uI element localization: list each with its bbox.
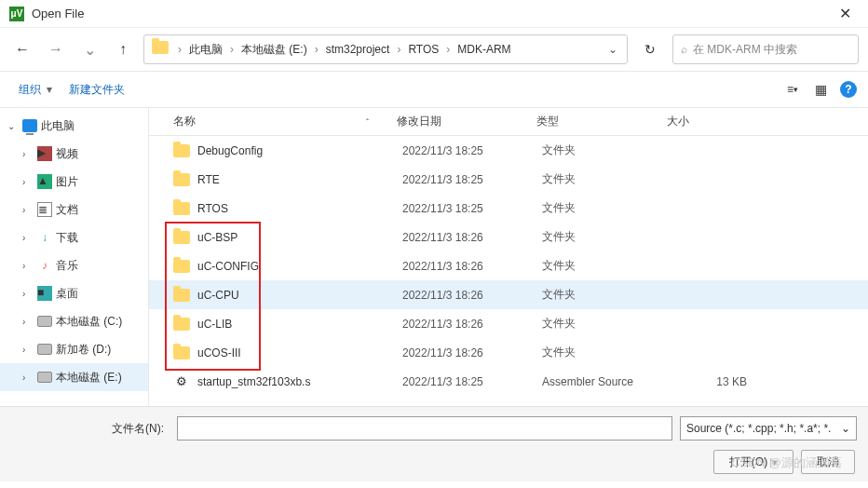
footer: 文件名(N): Source (*.c; *.cpp; *.h; *.a*; *… [0, 406, 868, 481]
tree-icon [22, 118, 37, 133]
file-name: RTE [197, 173, 402, 186]
tree-icon [37, 314, 52, 329]
refresh-button[interactable]: ↻ [635, 34, 665, 64]
tree-label: 文档 [56, 202, 78, 218]
filetype-label: Source (*.c; *.cpp; *.h; *.a*; *. [686, 422, 831, 435]
chevron-icon: › [22, 317, 34, 327]
tree-item-1[interactable]: ›▶视频 [0, 140, 148, 168]
close-button[interactable]: ✕ [832, 5, 859, 22]
tree-label: 视频 [56, 146, 78, 162]
file-row[interactable]: uC-CPU2022/11/3 18:26文件夹 [149, 280, 868, 309]
chevron-icon: › [22, 373, 34, 383]
file-row[interactable]: RTE2022/11/3 18:25文件夹 [149, 165, 868, 194]
file-row[interactable]: uC-BSP2022/11/3 18:26文件夹 [149, 223, 868, 251]
tree-item-7[interactable]: ›本地磁盘 (C:) [0, 307, 148, 335]
col-type[interactable]: 类型 [536, 114, 667, 129]
col-name[interactable]: 名称ˆ [173, 114, 397, 129]
file-row[interactable]: RTOS2022/11/3 18:25文件夹 [149, 194, 868, 223]
help-icon[interactable]: ? [840, 81, 857, 98]
chevron-icon: › [22, 149, 34, 159]
chevron-down-icon: ⌄ [841, 422, 850, 435]
file-name: uC-CONFIG [197, 260, 402, 273]
search-placeholder: 在 MDK-ARM 中搜索 [693, 42, 797, 58]
file-type: 文件夹 [542, 200, 672, 216]
filename-label: 文件名(N): [11, 421, 170, 437]
crumb-2[interactable]: stm32project [322, 43, 394, 56]
file-type: 文件夹 [542, 229, 672, 245]
tree-icon: ♪ [37, 258, 52, 273]
chevron-right-icon: › [395, 43, 402, 56]
file-date: 2022/11/3 18:25 [402, 144, 542, 157]
chevron-icon: › [22, 233, 34, 243]
filename-input[interactable] [177, 416, 672, 441]
chevron-right-icon: › [444, 43, 452, 56]
tree-label: 新加卷 (D:) [56, 342, 111, 358]
body-area: ⌄此电脑›▶视频›▲图片›≣文档›↓下载›♪音乐›■桌面›本地磁盘 (C:)›新… [0, 108, 868, 406]
view-tile-icon[interactable]: ▦ [812, 81, 829, 98]
folder-icon [152, 41, 170, 58]
tree-item-0[interactable]: ⌄此电脑 [0, 112, 148, 140]
dropdown-history[interactable]: ⌄ [76, 36, 102, 62]
search-input[interactable]: ⌕ 在 MDK-ARM 中搜索 [672, 34, 859, 64]
file-date: 2022/11/3 18:25 [402, 173, 542, 186]
cancel-button[interactable]: 取消 [801, 450, 855, 474]
tree-label: 音乐 [56, 258, 78, 274]
file-row[interactable]: DebugConfig2022/11/3 18:25文件夹 [149, 136, 868, 165]
organize-button[interactable]: 组织 ▾ [11, 78, 61, 102]
file-row[interactable]: ⚙startup_stm32f103xb.s2022/11/3 18:25Ass… [149, 367, 868, 396]
file-row[interactable]: uC-LIB2022/11/3 18:26文件夹 [149, 309, 868, 338]
sort-indicator-icon: ˆ [366, 117, 397, 127]
tree-item-5[interactable]: ›♪音乐 [0, 251, 148, 279]
up-button[interactable]: ↑ [110, 36, 136, 62]
col-date[interactable]: 修改日期 [397, 114, 536, 129]
sidebar: ⌄此电脑›▶视频›▲图片›≣文档›↓下载›♪音乐›■桌面›本地磁盘 (C:)›新… [0, 108, 149, 406]
folder-icon [173, 200, 190, 217]
search-icon: ⌕ [681, 43, 687, 56]
tree-item-2[interactable]: ›▲图片 [0, 168, 148, 196]
folder-icon [173, 171, 190, 188]
chevron-icon: ⌄ [7, 121, 19, 131]
tree-icon: ↓ [37, 230, 52, 245]
address-bar[interactable]: › 此电脑 › 本地磁盘 (E:) › stm32project › RTOS … [143, 34, 628, 64]
col-size[interactable]: 大小 [667, 114, 741, 129]
tree-item-3[interactable]: ›≣文档 [0, 196, 148, 224]
tree-item-8[interactable]: ›新加卷 (D:) [0, 335, 148, 363]
back-button[interactable]: ← [9, 36, 35, 62]
file-header[interactable]: 名称ˆ 修改日期 类型 大小 [149, 108, 868, 136]
file-row[interactable]: uCOS-III2022/11/3 18:26文件夹 [149, 338, 868, 367]
tree-icon: ▲ [37, 174, 52, 189]
file-type: 文件夹 [542, 258, 672, 274]
folder-icon [173, 229, 190, 246]
file-name: uC-BSP [197, 231, 402, 244]
file-name: RTOS [197, 202, 402, 215]
tree-item-9[interactable]: ›本地磁盘 (E:) [0, 363, 148, 391]
filetype-select[interactable]: Source (*.c; *.cpp; *.h; *.a*; *. ⌄ [680, 416, 857, 441]
tree-icon: ≣ [37, 202, 52, 217]
open-button[interactable]: 打开(O)|▾ [713, 450, 793, 474]
tree-item-6[interactable]: ›■桌面 [0, 279, 148, 307]
crumb-0[interactable]: 此电脑 [185, 42, 226, 58]
file-row[interactable]: uC-CONFIG2022/11/3 18:26文件夹 [149, 251, 868, 280]
file-type: Assembler Source [542, 375, 672, 388]
view-list-icon[interactable]: ≡▾ [784, 81, 801, 98]
chevron-right-icon: › [176, 43, 183, 56]
forward-button[interactable]: → [43, 36, 69, 62]
file-date: 2022/11/3 18:26 [402, 231, 542, 244]
new-folder-button[interactable]: 新建文件夹 [61, 78, 132, 102]
tree-item-4[interactable]: ›↓下载 [0, 224, 148, 251]
path-expand-button[interactable]: ⌄ [603, 43, 623, 56]
file-type: 文件夹 [542, 345, 672, 360]
folder-icon [173, 316, 190, 332]
crumb-1[interactable]: 本地磁盘 (E:) [237, 42, 311, 58]
chevron-icon: › [22, 177, 34, 187]
file-date: 2022/11/3 18:25 [402, 202, 542, 215]
file-name: startup_stm32f103xb.s [197, 375, 402, 388]
tree-label: 桌面 [56, 286, 78, 302]
tree-label: 下载 [56, 230, 78, 246]
crumb-3[interactable]: RTOS [404, 43, 442, 56]
app-icon: μV [9, 7, 24, 21]
tree-icon: ▶ [37, 146, 52, 161]
file-type: 文件夹 [542, 287, 672, 303]
tree-label: 本地磁盘 (C:) [56, 314, 122, 330]
crumb-4[interactable]: MDK-ARM [454, 43, 514, 56]
